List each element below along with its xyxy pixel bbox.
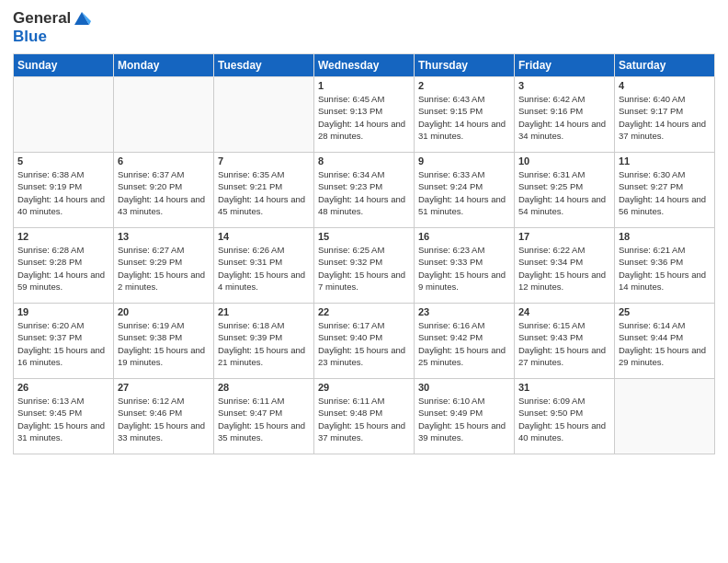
day-info: Sunrise: 6:11 AM Sunset: 9:47 PM Dayligh…: [218, 395, 310, 443]
calendar-cell: 10 Sunrise: 6:31 AM Sunset: 9:25 PM Dayl…: [515, 153, 615, 228]
day-number: 30: [418, 382, 510, 393]
daylight-label: Daylight: 15 hours and 7 minutes.: [318, 270, 405, 292]
page-container: General Blue SundayMondayTuesdayWednesda…: [0, 0, 728, 464]
day-info: Sunrise: 6:22 AM Sunset: 9:34 PM Dayligh…: [518, 244, 610, 293]
sunset-label: Sunset: 9:15 PM: [418, 106, 483, 116]
daylight-label: Daylight: 14 hours and 51 minutes.: [418, 194, 506, 216]
sunrise-label: Sunrise: 6:43 AM: [418, 94, 484, 104]
calendar-cell: [214, 77, 314, 153]
sunrise-label: Sunrise: 6:33 AM: [418, 169, 484, 179]
sunset-label: Sunset: 9:32 PM: [318, 257, 382, 267]
calendar-cell: 25 Sunrise: 6:14 AM Sunset: 9:44 PM Dayl…: [615, 304, 715, 379]
sunset-label: Sunset: 9:21 PM: [218, 181, 282, 191]
calendar-cell: 24 Sunrise: 6:15 AM Sunset: 9:43 PM Dayl…: [515, 304, 615, 379]
sunset-label: Sunset: 9:39 PM: [218, 332, 282, 342]
sunrise-label: Sunrise: 6:45 AM: [318, 94, 384, 104]
calendar-week-4: 19 Sunrise: 6:20 AM Sunset: 9:37 PM Dayl…: [14, 304, 715, 379]
day-number: 17: [518, 231, 610, 242]
sunrise-label: Sunrise: 6:23 AM: [418, 245, 484, 255]
day-info: Sunrise: 6:45 AM Sunset: 9:13 PM Dayligh…: [318, 93, 410, 142]
calendar-cell: 16 Sunrise: 6:23 AM Sunset: 9:33 PM Dayl…: [415, 228, 515, 304]
day-info: Sunrise: 6:13 AM Sunset: 9:45 PM Dayligh…: [17, 395, 109, 443]
sunset-label: Sunset: 9:19 PM: [17, 181, 82, 191]
day-number: 27: [118, 382, 210, 393]
daylight-label: Daylight: 15 hours and 33 minutes.: [118, 420, 205, 442]
sunrise-label: Sunrise: 6:11 AM: [318, 396, 384, 406]
calendar-cell: 3 Sunrise: 6:42 AM Sunset: 9:16 PM Dayli…: [515, 77, 615, 153]
day-number: 25: [619, 306, 711, 317]
day-number: 1: [318, 80, 410, 91]
calendar-week-1: 1 Sunrise: 6:45 AM Sunset: 9:13 PM Dayli…: [14, 77, 715, 153]
day-info: Sunrise: 6:43 AM Sunset: 9:15 PM Dayligh…: [418, 93, 510, 142]
weekday-header-tuesday: Tuesday: [214, 54, 314, 77]
day-info: Sunrise: 6:17 AM Sunset: 9:40 PM Dayligh…: [318, 319, 410, 368]
day-info: Sunrise: 6:19 AM Sunset: 9:38 PM Dayligh…: [118, 319, 210, 368]
sunrise-label: Sunrise: 6:17 AM: [318, 320, 384, 330]
daylight-label: Daylight: 15 hours and 14 minutes.: [619, 270, 706, 292]
daylight-label: Daylight: 15 hours and 39 minutes.: [418, 420, 506, 442]
calendar-cell: 11 Sunrise: 6:30 AM Sunset: 9:27 PM Dayl…: [615, 153, 715, 228]
calendar-cell: 28 Sunrise: 6:11 AM Sunset: 9:47 PM Dayl…: [214, 379, 314, 454]
daylight-label: Daylight: 15 hours and 25 minutes.: [418, 345, 506, 367]
day-number: 22: [318, 306, 410, 317]
sunrise-label: Sunrise: 6:22 AM: [518, 245, 585, 255]
sunset-label: Sunset: 9:20 PM: [118, 181, 182, 191]
sunset-label: Sunset: 9:27 PM: [619, 181, 683, 191]
daylight-label: Daylight: 15 hours and 2 minutes.: [118, 270, 205, 292]
calendar-cell: 30 Sunrise: 6:10 AM Sunset: 9:49 PM Dayl…: [415, 379, 515, 454]
sunrise-label: Sunrise: 6:26 AM: [218, 245, 284, 255]
sunset-label: Sunset: 9:24 PM: [418, 181, 483, 191]
day-info: Sunrise: 6:23 AM Sunset: 9:33 PM Dayligh…: [418, 244, 510, 293]
day-number: 26: [17, 382, 109, 393]
calendar-cell: 31 Sunrise: 6:09 AM Sunset: 9:50 PM Dayl…: [515, 379, 615, 454]
sunset-label: Sunset: 9:17 PM: [619, 106, 683, 116]
calendar-cell: 4 Sunrise: 6:40 AM Sunset: 9:17 PM Dayli…: [615, 77, 715, 153]
day-number: 23: [418, 306, 510, 317]
sunset-label: Sunset: 9:28 PM: [17, 257, 82, 267]
calendar-cell: 18 Sunrise: 6:21 AM Sunset: 9:36 PM Dayl…: [615, 228, 715, 304]
daylight-label: Daylight: 15 hours and 19 minutes.: [118, 345, 205, 367]
calendar-cell: 8 Sunrise: 6:34 AM Sunset: 9:23 PM Dayli…: [314, 153, 415, 228]
daylight-label: Daylight: 15 hours and 23 minutes.: [318, 345, 405, 367]
day-info: Sunrise: 6:21 AM Sunset: 9:36 PM Dayligh…: [619, 244, 711, 293]
sunset-label: Sunset: 9:43 PM: [518, 332, 583, 342]
calendar-cell: 22 Sunrise: 6:17 AM Sunset: 9:40 PM Dayl…: [314, 304, 415, 379]
day-info: Sunrise: 6:40 AM Sunset: 9:17 PM Dayligh…: [619, 93, 711, 142]
calendar-cell: 21 Sunrise: 6:18 AM Sunset: 9:39 PM Dayl…: [214, 304, 314, 379]
weekday-header-sunday: Sunday: [14, 54, 114, 77]
day-info: Sunrise: 6:37 AM Sunset: 9:20 PM Dayligh…: [118, 168, 210, 217]
sunrise-label: Sunrise: 6:34 AM: [318, 169, 384, 179]
daylight-label: Daylight: 14 hours and 37 minutes.: [619, 119, 706, 141]
calendar-cell: 7 Sunrise: 6:35 AM Sunset: 9:21 PM Dayli…: [214, 153, 314, 228]
calendar-cell: 5 Sunrise: 6:38 AM Sunset: 9:19 PM Dayli…: [14, 153, 114, 228]
sunset-label: Sunset: 9:34 PM: [518, 257, 583, 267]
daylight-label: Daylight: 15 hours and 27 minutes.: [518, 345, 606, 367]
daylight-label: Daylight: 14 hours and 54 minutes.: [518, 194, 606, 216]
calendar-cell: 23 Sunrise: 6:16 AM Sunset: 9:42 PM Dayl…: [415, 304, 515, 379]
sunset-label: Sunset: 9:36 PM: [619, 257, 683, 267]
daylight-label: Daylight: 15 hours and 12 minutes.: [518, 270, 606, 292]
day-info: Sunrise: 6:16 AM Sunset: 9:42 PM Dayligh…: [418, 319, 510, 368]
day-info: Sunrise: 6:14 AM Sunset: 9:44 PM Dayligh…: [619, 319, 711, 368]
calendar-week-3: 12 Sunrise: 6:28 AM Sunset: 9:28 PM Dayl…: [14, 228, 715, 304]
day-number: 29: [318, 382, 410, 393]
calendar-cell: 15 Sunrise: 6:25 AM Sunset: 9:32 PM Dayl…: [314, 228, 415, 304]
sunrise-label: Sunrise: 6:13 AM: [17, 396, 84, 406]
day-info: Sunrise: 6:20 AM Sunset: 9:37 PM Dayligh…: [17, 319, 109, 368]
weekday-header-saturday: Saturday: [615, 54, 715, 77]
calendar-cell: 9 Sunrise: 6:33 AM Sunset: 9:24 PM Dayli…: [415, 153, 515, 228]
sunrise-label: Sunrise: 6:27 AM: [118, 245, 184, 255]
sunset-label: Sunset: 9:49 PM: [418, 408, 483, 418]
calendar-cell: 19 Sunrise: 6:20 AM Sunset: 9:37 PM Dayl…: [14, 304, 114, 379]
sunset-label: Sunset: 9:31 PM: [218, 257, 282, 267]
sunset-label: Sunset: 9:25 PM: [518, 181, 583, 191]
calendar-cell: 6 Sunrise: 6:37 AM Sunset: 9:20 PM Dayli…: [114, 153, 214, 228]
calendar-cell: 2 Sunrise: 6:43 AM Sunset: 9:15 PM Dayli…: [415, 77, 515, 153]
day-info: Sunrise: 6:42 AM Sunset: 9:16 PM Dayligh…: [518, 93, 610, 142]
day-info: Sunrise: 6:38 AM Sunset: 9:19 PM Dayligh…: [17, 168, 109, 217]
sunrise-label: Sunrise: 6:12 AM: [118, 396, 184, 406]
daylight-label: Daylight: 14 hours and 31 minutes.: [418, 119, 506, 141]
calendar-cell: [14, 77, 114, 153]
day-info: Sunrise: 6:35 AM Sunset: 9:21 PM Dayligh…: [218, 168, 310, 217]
sunset-label: Sunset: 9:38 PM: [118, 332, 182, 342]
